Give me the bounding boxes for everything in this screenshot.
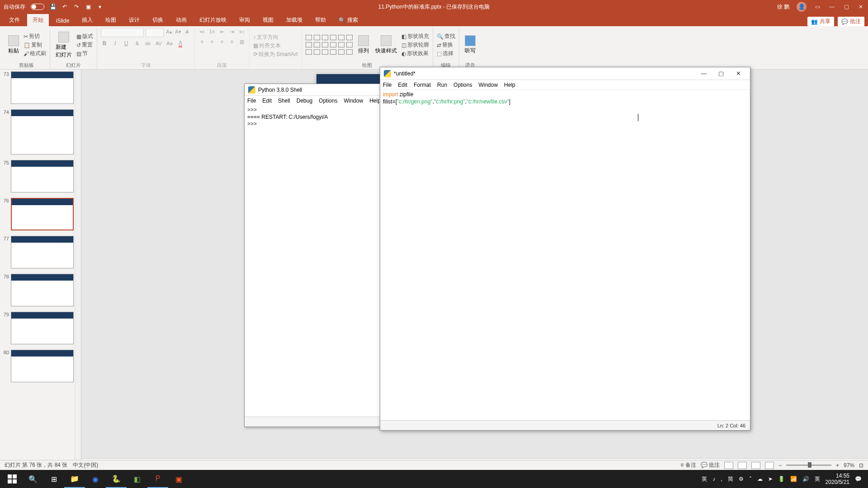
bullets-icon[interactable]: •≡ <box>198 28 206 35</box>
shell-menu-window[interactable]: Window <box>344 98 363 104</box>
task-view-icon[interactable]: ⊞ <box>43 470 64 488</box>
tab-draw[interactable]: 绘图 <box>100 14 122 26</box>
indent-inc-icon[interactable]: ⇥ <box>228 28 236 35</box>
redo-icon[interactable]: ↷ <box>73 4 80 10</box>
shadow-icon[interactable]: ab <box>144 40 151 47</box>
minimize-icon[interactable]: — <box>828 4 835 10</box>
italic-icon[interactable]: I <box>112 40 119 47</box>
editor-close-icon[interactable]: ✕ <box>730 69 746 79</box>
editor-maximize-icon[interactable]: ▢ <box>713 69 729 79</box>
search-box[interactable]: 🔍 搜索 <box>335 14 362 26</box>
shapeoutline-button[interactable]: ◫ 形状轮廓 <box>401 41 429 49</box>
autosave-toggle[interactable] <box>31 4 44 10</box>
editor-menu-run[interactable]: Run <box>437 82 447 88</box>
thumbnail-scrollbar[interactable] <box>75 70 81 474</box>
editor-titlebar[interactable]: *untitled* — ▢ ✕ <box>380 67 750 80</box>
ribbon-display-icon[interactable]: ▭ <box>814 4 821 10</box>
new-slide-button[interactable]: 新建 幻灯片 <box>54 31 74 60</box>
decrease-font-icon[interactable]: A▾ <box>175 28 182 35</box>
indent-dec-icon[interactable]: ⇤ <box>218 28 226 35</box>
font-color-icon[interactable]: A <box>177 40 184 47</box>
tab-islide[interactable]: iSlide <box>51 15 75 26</box>
thumbnail-76[interactable]: 76 <box>2 198 74 230</box>
reset-button[interactable]: ↺ 重置 <box>76 41 93 49</box>
shell-menu-edit[interactable]: Edit <box>262 98 272 104</box>
increase-font-icon[interactable]: A▴ <box>165 28 173 35</box>
thumbnail-78[interactable]: 78 <box>2 274 74 306</box>
fit-window-icon[interactable]: ⊡ <box>859 462 863 469</box>
ime-indicator-1[interactable]: 英 <box>702 475 707 483</box>
copy-button[interactable]: 📋 复制 <box>24 41 46 49</box>
thumbnail-80[interactable]: 80 <box>2 350 74 382</box>
cut-button[interactable]: ✂ 剪切 <box>24 33 46 40</box>
taskbar-chrome-icon[interactable]: ◉ <box>85 470 106 488</box>
tab-review[interactable]: 审阅 <box>234 14 255 26</box>
tray-expand-icon[interactable]: ˄ <box>749 476 752 482</box>
reading-view-icon[interactable] <box>751 462 760 469</box>
taskbar-camtasia-icon[interactable]: ◧ <box>127 470 147 488</box>
shapefill-button[interactable]: ◧ 形状填充 <box>401 33 429 40</box>
arrange-button[interactable]: 排列 <box>356 34 371 56</box>
user-avatar-icon[interactable]: 👤 <box>797 2 807 12</box>
comments-status-button[interactable]: 💬 批注 <box>701 461 720 469</box>
align-text-button[interactable]: ▦ 对齐文本 <box>253 42 298 50</box>
battery-icon[interactable]: 🔋 <box>778 476 785 482</box>
shell-menu-shell[interactable]: Shell <box>278 98 290 104</box>
zoom-slider[interactable] <box>786 465 831 466</box>
notifications-icon[interactable]: 💬 <box>855 476 862 482</box>
align-center-icon[interactable]: ≡ <box>208 38 216 45</box>
maximize-icon[interactable]: ▢ <box>843 4 850 10</box>
text-direction-button[interactable]: ↕ 文字方向 <box>253 33 298 41</box>
save-icon[interactable]: 💾 <box>50 4 56 10</box>
slide-counter[interactable]: 幻灯片 第 76 张，共 84 张 <box>5 461 67 469</box>
editor-menu-file[interactable]: File <box>383 82 392 88</box>
editor-menu-format[interactable]: Format <box>414 82 431 88</box>
shell-menu-options[interactable]: Options <box>319 98 337 104</box>
select-button[interactable]: ⬚ 选择 <box>437 50 455 57</box>
tab-slideshow[interactable]: 幻灯片放映 <box>194 14 232 26</box>
ime-lang-icon[interactable]: 英 <box>815 475 820 483</box>
zoom-in-icon[interactable]: + <box>836 462 839 469</box>
thumbnail-74[interactable]: 74 <box>2 109 74 155</box>
tab-file[interactable]: 文件 <box>4 14 25 26</box>
tab-insert[interactable]: 插入 <box>76 14 98 26</box>
zoom-level[interactable]: 97% <box>844 462 854 469</box>
close-icon[interactable]: ✕ <box>857 4 864 10</box>
shapeeffect-button[interactable]: ◐ 形状效果 <box>401 50 429 57</box>
thumbnail-79[interactable]: 79 <box>2 312 74 344</box>
formatpainter-button[interactable]: 🖌 格式刷 <box>24 50 46 57</box>
comments-button[interactable]: 💬批注 <box>838 17 864 26</box>
ime-indicator-5[interactable]: ⚙ <box>739 476 744 482</box>
tab-design[interactable]: 设计 <box>123 14 145 26</box>
bluetooth-icon[interactable]: ➤ <box>768 476 773 482</box>
notes-button[interactable]: ≡ 备注 <box>680 461 696 469</box>
slideshow-view-icon[interactable] <box>765 462 774 469</box>
line-spacing-icon[interactable]: ≡↕ <box>238 28 245 35</box>
start-button[interactable] <box>2 470 23 488</box>
case-icon[interactable]: Aa <box>166 40 173 47</box>
shell-menu-help[interactable]: Help <box>369 98 381 104</box>
taskbar-recorder-icon[interactable]: ▣ <box>168 470 189 488</box>
underline-icon[interactable]: U <box>123 40 130 47</box>
tab-transition[interactable]: 切换 <box>147 14 169 26</box>
tab-addins[interactable]: 加载项 <box>281 14 308 26</box>
shell-menu-file[interactable]: File <box>247 98 256 104</box>
ime-indicator-4[interactable]: 简 <box>728 475 733 483</box>
editor-menu-help[interactable]: Help <box>504 82 515 88</box>
onedrive-icon[interactable]: ☁ <box>757 476 763 482</box>
ime-indicator-3[interactable]: , <box>721 476 722 482</box>
tab-help[interactable]: 帮助 <box>310 14 331 26</box>
bold-icon[interactable]: B <box>101 40 108 47</box>
numbering-icon[interactable]: 1≡ <box>208 28 216 35</box>
section-button[interactable]: ▤ 节 <box>76 50 93 57</box>
share-button[interactable]: 👥共享 <box>807 17 834 26</box>
justify-icon[interactable]: ≡ <box>228 38 236 45</box>
ime-indicator-2[interactable]: ♪ <box>712 476 715 482</box>
thumbnail-77[interactable]: 77 <box>2 236 74 268</box>
dictate-button[interactable]: 听写 <box>463 34 477 56</box>
taskbar-search-icon[interactable]: 🔍 <box>23 470 43 488</box>
taskbar-idle-icon[interactable]: 🐍 <box>106 470 127 488</box>
layout-button[interactable]: ▦ 版式 <box>76 33 93 40</box>
tab-view[interactable]: 视图 <box>257 14 279 26</box>
smartart-button[interactable]: ⟳ 转换为 SmartArt <box>253 51 298 58</box>
